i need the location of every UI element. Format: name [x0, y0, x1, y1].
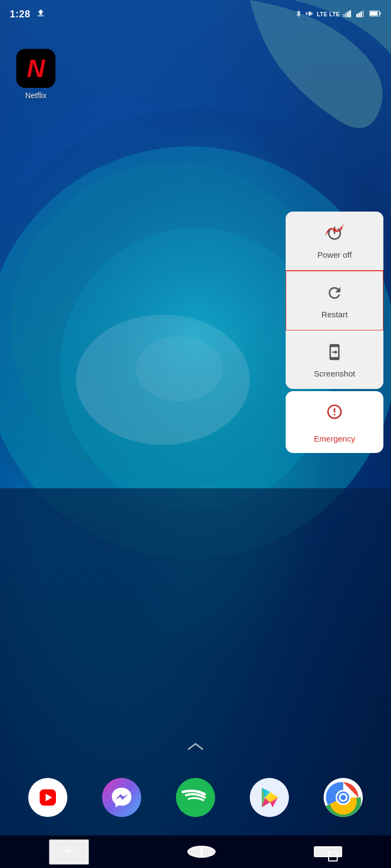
- bluetooth-icon: [295, 10, 302, 19]
- restart-button[interactable]: Restart: [286, 270, 383, 331]
- restart-label: Restart: [321, 310, 348, 319]
- power-menu: Power off Restart Screenshot: [286, 212, 383, 453]
- status-bar: 1:28 LTE LTE: [0, 0, 391, 28]
- netflix-icon[interactable]: N: [16, 49, 55, 88]
- netflix-label: Netflix: [26, 91, 47, 100]
- chrome-app[interactable]: [324, 778, 363, 817]
- svg-point-23: [102, 778, 141, 817]
- emergency-icon: [326, 403, 343, 424]
- status-left: 1:28: [10, 8, 46, 20]
- play-store-app[interactable]: [250, 778, 289, 817]
- emergency-label: Emergency: [314, 434, 355, 443]
- recents-button[interactable]: [314, 846, 342, 857]
- svg-rect-10: [348, 11, 349, 17]
- emergency-button[interactable]: Emergency: [286, 391, 383, 453]
- svg-rect-18: [370, 11, 377, 15]
- battery-icon: [369, 10, 381, 19]
- svg-rect-15: [362, 10, 364, 17]
- svg-rect-17: [380, 12, 381, 15]
- restart-icon: [326, 284, 343, 304]
- vibrate-icon: [306, 10, 313, 19]
- navigation-bar: [0, 835, 391, 868]
- home-button[interactable]: [187, 846, 216, 858]
- screenshot-icon: [326, 343, 343, 363]
- back-button[interactable]: [49, 839, 89, 865]
- svg-rect-13: [358, 12, 360, 17]
- signal-icon: [343, 10, 353, 19]
- lte-label: LTE LTE: [317, 11, 340, 17]
- screenshot-label: Screenshot: [314, 369, 355, 378]
- status-right: LTE LTE: [295, 10, 381, 19]
- spotify-app[interactable]: [176, 778, 215, 817]
- app-drawer-arrow[interactable]: [187, 740, 204, 754]
- svg-point-36: [340, 795, 346, 800]
- svg-rect-8: [343, 14, 345, 17]
- messenger-app[interactable]: [102, 778, 141, 817]
- svg-rect-11: [349, 10, 351, 17]
- netflix-app[interactable]: N Netflix: [16, 49, 55, 100]
- svg-rect-12: [356, 14, 358, 17]
- svg-rect-14: [361, 11, 362, 17]
- power-menu-card: Power off Restart Screenshot: [286, 212, 383, 389]
- signal2-icon: [356, 10, 366, 19]
- power-off-label: Power off: [317, 250, 351, 259]
- screenshot-button[interactable]: Screenshot: [286, 330, 383, 389]
- status-time: 1:28: [10, 9, 30, 20]
- power-off-button[interactable]: Power off: [286, 212, 383, 271]
- app-dock: [0, 760, 391, 835]
- netflix-logo: N: [27, 56, 45, 81]
- upload-icon: [36, 8, 46, 20]
- youtube-app[interactable]: [28, 778, 67, 817]
- svg-rect-9: [345, 12, 347, 17]
